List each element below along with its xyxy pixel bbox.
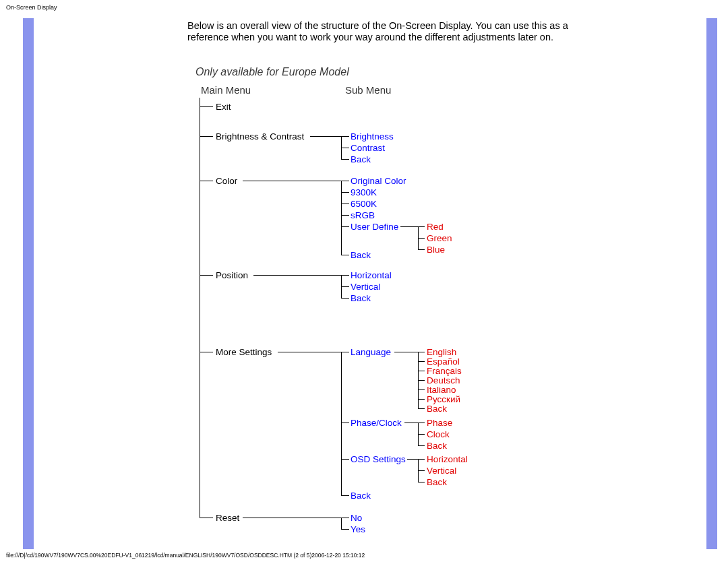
- footer-path: file:///D|/cd/190WV7/190WV7CS.00%20EDFU-…: [6, 552, 365, 559]
- pc-phase: Phase: [427, 418, 452, 428]
- page: On-Screen Display Below is an overall vi…: [0, 0, 728, 562]
- sub-osd-settings: OSD Settings: [351, 454, 406, 464]
- tree-line: [243, 518, 341, 518]
- tree-line: [341, 181, 349, 181]
- sub-green: Green: [427, 233, 452, 243]
- sub-phase-clock: Phase/Clock: [351, 418, 402, 428]
- sub-brightness: Brightness: [351, 131, 394, 142]
- tree-line: [200, 136, 213, 137]
- menu-more-settings: More Settings: [216, 347, 272, 357]
- tree-line: [394, 352, 418, 352]
- tree-line: [310, 136, 341, 137]
- tree-line: [341, 495, 349, 496]
- tree-line: [341, 255, 349, 255]
- sub-9300k: 9300K: [351, 187, 377, 197]
- lang-english: English: [427, 347, 456, 357]
- tree-line: [200, 181, 213, 181]
- tree-line: [341, 286, 349, 287]
- menu-reset: Reset: [216, 513, 239, 523]
- tree-line: [418, 445, 425, 446]
- sub-red: Red: [427, 222, 444, 232]
- column-header-main: Main Menu: [201, 84, 251, 96]
- sub-srgb: sRGB: [351, 210, 375, 220]
- osd-vertical: Vertical: [427, 466, 456, 476]
- tree-line: [200, 98, 200, 518]
- tree-line: [418, 361, 425, 362]
- tree-line: [418, 434, 425, 435]
- sub-horizontal: Horizontal: [351, 270, 392, 280]
- tree-line: [407, 459, 418, 460]
- tree-line: [341, 423, 349, 423]
- column-header-sub: Sub Menu: [345, 84, 391, 96]
- sub-back: Back: [351, 491, 371, 501]
- tree-line: [418, 380, 425, 381]
- sub-user-define: User Define: [351, 222, 398, 232]
- tree-line: [418, 249, 425, 250]
- tree-line: [341, 459, 349, 460]
- menu-position: Position: [216, 270, 248, 280]
- pc-clock: Clock: [427, 429, 450, 439]
- menu-color: Color: [216, 176, 237, 186]
- tree-line: [341, 518, 349, 518]
- tree-line: [341, 204, 349, 204]
- tree-line: [418, 371, 425, 371]
- tree-line: [418, 408, 425, 409]
- tree-line: [341, 352, 342, 495]
- tree-line: [418, 226, 425, 227]
- tree-line: [200, 106, 213, 107]
- sub-blue: Blue: [427, 245, 445, 255]
- tree-line: [341, 226, 349, 227]
- tree-line: [200, 352, 213, 352]
- tree-line: [341, 352, 349, 352]
- sub-yes: Yes: [351, 524, 365, 534]
- tree-line: [341, 159, 349, 160]
- tree-line: [418, 238, 425, 239]
- tree-line: [418, 470, 425, 471]
- page-title: On-Screen Display: [6, 4, 57, 11]
- tree-line: [341, 529, 349, 530]
- tree-line: [418, 399, 425, 400]
- tree-line: [418, 352, 425, 352]
- tree-line: [418, 423, 425, 423]
- tree-line: [253, 275, 341, 276]
- tree-line: [200, 275, 213, 276]
- tree-line: [200, 518, 213, 518]
- right-accent-bar: [706, 18, 717, 549]
- intro-text: Below is an overall view of the structur…: [187, 20, 568, 44]
- tree-line: [404, 423, 418, 423]
- lang-russian: Русский: [427, 394, 460, 404]
- tree-line: [418, 482, 425, 482]
- sub-contrast: Contrast: [351, 143, 385, 153]
- lang-francais: Français: [427, 366, 462, 376]
- lang-deutsch: Deutsch: [427, 375, 460, 385]
- tree-line: [418, 459, 425, 460]
- tree-line: [243, 181, 341, 181]
- sub-no: No: [351, 513, 362, 523]
- menu-exit: Exit: [216, 102, 231, 112]
- tree-line: [418, 389, 425, 390]
- left-accent-bar: [23, 18, 34, 549]
- tree-line: [278, 352, 341, 352]
- sub-original-color: Original Color: [351, 176, 406, 186]
- sub-language: Language: [351, 347, 391, 357]
- tree-line: [341, 192, 349, 193]
- tree-line: [341, 298, 349, 299]
- tree-line: [341, 136, 349, 137]
- sub-back: Back: [351, 154, 371, 164]
- model-note: Only available for Europe Model: [195, 66, 349, 78]
- tree-line: [341, 275, 349, 276]
- lang-italiano: Italiano: [427, 385, 456, 395]
- menu-brightness-contrast: Brightness & Contrast: [216, 131, 304, 142]
- osd-horizontal: Horizontal: [427, 454, 468, 464]
- tree-line: [400, 226, 418, 227]
- sub-back: Back: [351, 293, 371, 303]
- sub-vertical: Vertical: [351, 282, 380, 292]
- osd-back: Back: [427, 477, 447, 487]
- sub-back: Back: [351, 250, 371, 260]
- lang-espanol: Español: [427, 356, 460, 367]
- tree-line: [341, 518, 342, 529]
- lang-back: Back: [427, 404, 447, 414]
- tree-line: [341, 148, 349, 148]
- sub-6500k: 6500K: [351, 199, 377, 209]
- pc-back: Back: [427, 441, 447, 451]
